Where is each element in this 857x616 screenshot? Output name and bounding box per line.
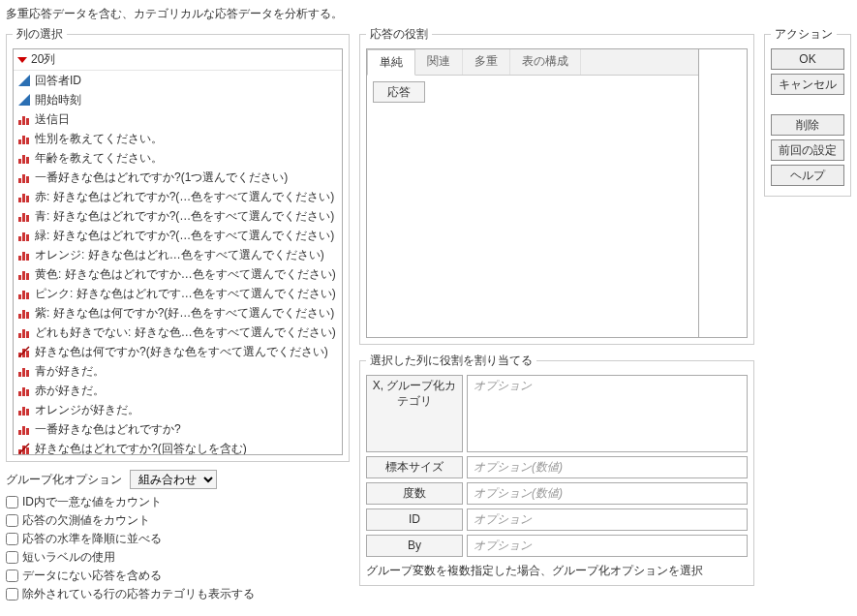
grouping-check-label: 応答の欠測値をカウント: [22, 512, 150, 529]
assign-role-button[interactable]: By: [366, 535, 463, 557]
modeling-type-icon: [17, 229, 31, 242]
column-list-header[interactable]: 20列: [14, 49, 342, 71]
column-item-label: 紫: 好きな色は何ですか?(好…色をすべて選んでください): [35, 304, 334, 322]
grouping-check-input[interactable]: [6, 570, 18, 582]
cancel-button[interactable]: キャンセル: [771, 74, 844, 95]
column-item[interactable]: 青が好きだ。: [14, 361, 342, 381]
column-item[interactable]: 開始時刻: [14, 90, 342, 109]
modeling-type-icon: [17, 132, 31, 145]
svg-rect-52: [22, 426, 25, 435]
assign-drop-target[interactable]: オプション(数値): [467, 456, 748, 478]
grouping-check[interactable]: 応答の欠測値をカウント: [6, 511, 350, 530]
column-item[interactable]: 一番好きな色はどれですか?: [14, 419, 342, 439]
column-item-label: 青が好きだ。: [35, 362, 105, 380]
svg-rect-48: [18, 411, 21, 416]
svg-rect-56: [26, 447, 29, 454]
modeling-type-icon: [17, 325, 31, 339]
column-item[interactable]: 緑: 好きな色はどれですか?(…色をすべて選んでください): [14, 226, 342, 245]
grouping-check[interactable]: 短いラベルの使用: [6, 548, 350, 567]
column-item[interactable]: どれも好きでない: 好きな色…色をすべて選んでください): [14, 323, 342, 342]
grouping-check-input[interactable]: [6, 514, 18, 527]
recall-button[interactable]: 前回の設定: [771, 139, 844, 161]
column-item[interactable]: 送信日: [14, 109, 342, 129]
assign-role-button[interactable]: 度数: [366, 482, 463, 505]
column-item-label: オレンジ: 好きな色はどれ…色をすべて選んでください): [35, 246, 324, 263]
grouping-check-label: 除外されている行の応答カテゴリも表示する: [22, 586, 255, 602]
assign-role-button[interactable]: ID: [366, 508, 463, 531]
grouping-check[interactable]: ID内で一意な値をカウント: [6, 493, 350, 511]
assign-drop-target[interactable]: オプション: [467, 508, 748, 531]
svg-rect-11: [18, 178, 21, 183]
svg-rect-35: [18, 333, 21, 338]
svg-rect-42: [18, 372, 21, 377]
response-button[interactable]: 応答: [373, 81, 425, 103]
column-item-label: 開始時刻: [35, 91, 81, 108]
column-item[interactable]: 年齢を教えてください。: [14, 148, 342, 168]
svg-rect-43: [22, 368, 25, 377]
grouping-check[interactable]: 除外されている行の応答カテゴリも表示する: [6, 585, 350, 603]
svg-rect-40: [26, 351, 29, 357]
assign-note: グループ変数を複数指定した場合、グループ化オプションを選択: [366, 563, 748, 579]
column-item[interactable]: 好きな色はどれですか?(回答なしを含む): [14, 439, 342, 455]
column-item[interactable]: 一番好きな色はどれですか?(1つ選んでください): [14, 168, 342, 187]
column-item[interactable]: 回答者ID: [14, 71, 342, 90]
column-item-label: 黄色: 好きな色はどれですか…色をすべて選んでください): [35, 265, 336, 283]
grouping-check-input[interactable]: [6, 551, 18, 564]
role-side-panel: [698, 49, 747, 337]
column-item[interactable]: 性別を教えてください。: [14, 129, 342, 148]
svg-rect-8: [18, 159, 21, 164]
assign-drop-target[interactable]: オプション: [467, 375, 748, 452]
grouping-check-input[interactable]: [6, 588, 18, 601]
svg-rect-47: [26, 389, 29, 396]
svg-rect-4: [26, 118, 29, 125]
grouping-check-input[interactable]: [6, 533, 18, 545]
column-item-label: ピンク: 好きな色はどれです…色をすべて選んでください): [35, 285, 336, 302]
grouping-check[interactable]: データにない応答を含める: [6, 567, 350, 585]
svg-rect-51: [18, 430, 21, 435]
tab-related[interactable]: 関連: [415, 49, 463, 75]
modeling-type-icon: [17, 209, 31, 223]
assign-row: 度数オプション(数値): [366, 482, 748, 505]
column-item[interactable]: 青: 好きな色はどれですか?(…色をすべて選んでください): [14, 206, 342, 226]
column-item[interactable]: オレンジが好きだ。: [14, 400, 342, 419]
tab-table[interactable]: 表の構成: [510, 49, 581, 75]
column-item-label: 赤: 好きな色はどれですか?(…色をすべて選んでください): [35, 188, 334, 205]
svg-rect-33: [22, 310, 25, 319]
column-item[interactable]: 赤が好きだ。: [14, 381, 342, 400]
ok-button[interactable]: OK: [771, 48, 844, 70]
svg-rect-30: [22, 291, 25, 299]
assign-drop-target[interactable]: オプション(数値): [467, 482, 748, 505]
svg-rect-2: [18, 120, 21, 125]
assign-drop-target[interactable]: オプション: [467, 535, 748, 557]
assign-role-button[interactable]: X, グループ化カテゴリ: [366, 375, 463, 452]
column-item[interactable]: 赤: 好きな色はどれですか?(…色をすべて選んでください): [14, 187, 342, 206]
svg-rect-20: [18, 236, 21, 241]
column-item[interactable]: ピンク: 好きな色はどれです…色をすべて選んでください): [14, 284, 342, 303]
assign-role-button[interactable]: 標本サイズ: [366, 456, 463, 478]
column-item[interactable]: 黄色: 好きな色はどれですか…色をすべて選んでください): [14, 264, 342, 284]
svg-rect-21: [22, 232, 25, 241]
svg-rect-13: [26, 176, 29, 183]
svg-rect-7: [26, 138, 29, 144]
grouping-check[interactable]: 応答の水準を降順に並べる: [6, 530, 350, 548]
column-item-label: 年齢を教えてください。: [35, 149, 163, 167]
column-item[interactable]: オレンジ: 好きな色はどれ…色をすべて選んでください): [14, 245, 342, 264]
tab-simple[interactable]: 単純: [367, 49, 415, 76]
svg-rect-28: [26, 273, 29, 280]
tab-multiple[interactable]: 多重: [463, 49, 510, 75]
column-item[interactable]: 好きな色は何ですか?(好きな色をすべて選んでください): [14, 342, 342, 361]
delete-button[interactable]: 削除: [771, 114, 844, 136]
column-item[interactable]: 紫: 好きな色は何ですか?(好…色をすべて選んでください): [14, 303, 342, 323]
svg-rect-3: [22, 116, 25, 125]
svg-rect-49: [22, 407, 25, 416]
help-button[interactable]: ヘルプ: [771, 165, 844, 186]
svg-rect-19: [26, 215, 29, 222]
modeling-type-icon: [17, 190, 31, 203]
svg-rect-15: [22, 194, 25, 202]
grouping-combo[interactable]: 組み合わせ: [130, 470, 217, 489]
column-list[interactable]: 20列 回答者ID開始時刻送信日性別を教えてください。年齢を教えてください。一番…: [13, 48, 343, 455]
grouping-options-label: グループ化オプション: [6, 472, 122, 488]
grouping-check-input[interactable]: [6, 496, 18, 508]
svg-rect-9: [22, 155, 25, 164]
column-item-label: 好きな色は何ですか?(好きな色をすべて選んでください): [35, 343, 328, 360]
